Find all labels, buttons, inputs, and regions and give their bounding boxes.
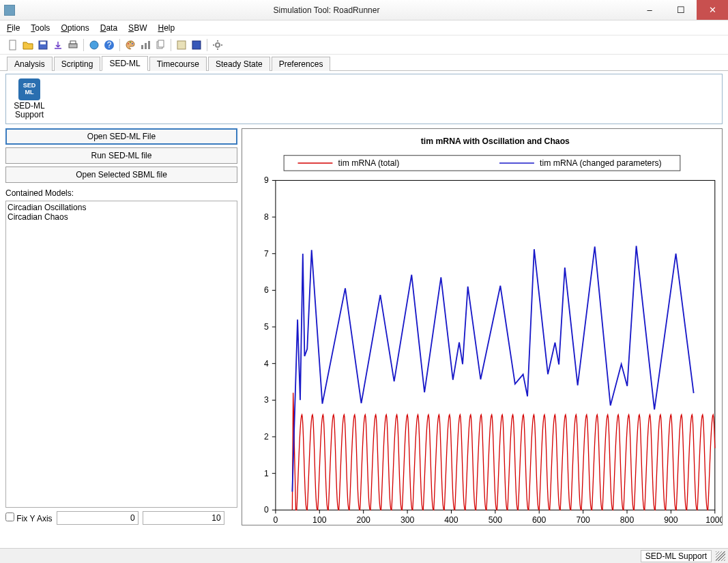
sedml-icon: SED ML [18, 78, 40, 100]
svg-text:9: 9 [264, 175, 269, 185]
svg-rect-0 [10, 40, 16, 50]
models-listbox[interactable]: Circadian Oscillations Circadian Chaos [5, 201, 237, 508]
svg-text:2: 2 [264, 432, 269, 442]
chart-icon[interactable] [139, 39, 151, 51]
menubar: File Tools Options Data SBW Help [0, 20, 728, 35]
chart-panel: tim mRNA with Oscillation and Chaostim m… [242, 128, 723, 525]
svg-rect-13 [148, 41, 150, 49]
minimize-button[interactable] [634, 0, 665, 20]
menu-help[interactable]: Help [158, 23, 175, 33]
module-icon[interactable] [190, 39, 203, 51]
svg-rect-11 [141, 45, 143, 49]
svg-point-10 [132, 43, 133, 44]
status-label: SED-ML Support [641, 550, 712, 562]
toolbar: ? [0, 35, 728, 55]
svg-text:1000: 1000 [705, 515, 722, 525]
script-icon[interactable] [175, 39, 188, 51]
copy-icon[interactable] [154, 39, 166, 51]
run-sedml-button[interactable]: Run SED-ML file [5, 147, 237, 164]
chart-svg: tim mRNA with Oscillation and Chaostim m… [242, 129, 722, 532]
svg-text:900: 900 [664, 515, 678, 525]
svg-text:300: 300 [401, 515, 415, 525]
svg-text:?: ? [107, 40, 112, 50]
svg-text:6: 6 [264, 285, 269, 295]
svg-text:200: 200 [356, 515, 370, 525]
status-bar: SED-ML Support [0, 548, 728, 563]
svg-text:0: 0 [274, 515, 278, 525]
menu-data[interactable]: Data [100, 23, 117, 33]
svg-text:700: 700 [576, 515, 590, 525]
contained-models-label: Contained Models: [5, 188, 237, 198]
menu-options[interactable]: Options [61, 23, 89, 33]
tab-sedml[interactable]: SED-ML [102, 56, 147, 71]
menu-sbw[interactable]: SBW [128, 23, 147, 33]
svg-text:1: 1 [264, 469, 269, 478]
svg-rect-2 [40, 42, 46, 44]
svg-rect-4 [70, 41, 76, 44]
svg-text:500: 500 [489, 515, 503, 525]
open-folder-icon[interactable] [22, 39, 34, 51]
list-item[interactable]: Circadian Oscillations [8, 203, 235, 212]
svg-text:600: 600 [532, 515, 547, 525]
left-panel: Open SED-ML File Run SED-ML file Open Se… [5, 128, 237, 525]
run-icon[interactable] [88, 39, 100, 51]
menu-tools[interactable]: Tools [31, 23, 50, 33]
svg-point-8 [128, 43, 129, 44]
tab-preferences[interactable]: Preferences [272, 57, 331, 71]
print-icon[interactable] [67, 39, 79, 51]
svg-rect-3 [69, 44, 77, 48]
help-icon[interactable]: ? [103, 39, 115, 51]
svg-text:3: 3 [264, 395, 269, 405]
resize-grip-icon[interactable] [716, 551, 725, 561]
svg-point-9 [130, 42, 131, 43]
svg-text:4: 4 [264, 359, 269, 369]
svg-text:400: 400 [444, 515, 458, 525]
tab-row: Analysis Scripting SED-ML Timecourse Ste… [0, 55, 728, 71]
svg-text:tim mRNA (total): tim mRNA (total) [338, 158, 400, 168]
svg-text:tim mRNA (changed parameters): tim mRNA (changed parameters) [540, 158, 662, 168]
palette-icon[interactable] [124, 39, 136, 51]
svg-point-5 [90, 41, 98, 49]
maximize-button[interactable] [665, 0, 697, 20]
gear-icon[interactable] [212, 39, 224, 51]
open-sedml-button[interactable]: Open SED-ML File [5, 128, 237, 145]
svg-text:0: 0 [264, 505, 269, 515]
svg-text:800: 800 [620, 515, 635, 525]
window-title: Simulation Tool: RoadRunner [19, 5, 634, 15]
tab-analysis[interactable]: Analysis [7, 57, 53, 71]
ribbon-sedml-support[interactable]: SED ML SED-ML Support [10, 78, 48, 119]
export-icon[interactable] [52, 39, 64, 51]
menu-file[interactable]: File [7, 23, 20, 33]
svg-text:8: 8 [264, 212, 269, 222]
y-max-input[interactable] [143, 511, 224, 525]
fix-y-checkbox[interactable]: Fix Y Axis [5, 513, 53, 523]
svg-text:100: 100 [312, 515, 327, 525]
save-icon[interactable] [37, 39, 49, 51]
y-min-input[interactable] [57, 511, 139, 525]
svg-rect-16 [177, 41, 186, 49]
app-icon [4, 5, 15, 16]
svg-point-18 [216, 43, 220, 47]
new-doc-icon[interactable] [7, 39, 19, 51]
ribbon-item-label: SED-ML Support [10, 102, 48, 119]
svg-rect-17 [192, 41, 201, 49]
svg-text:tim mRNA with Oscillation and : tim mRNA with Oscillation and Chaos [421, 136, 570, 146]
titlebar: Simulation Tool: RoadRunner [0, 0, 728, 20]
list-item[interactable]: Circadian Chaos [8, 212, 235, 222]
svg-rect-12 [145, 43, 147, 49]
tab-timecourse[interactable]: Timecourse [149, 57, 207, 71]
tab-scripting[interactable]: Scripting [54, 57, 101, 71]
close-button[interactable] [697, 0, 728, 20]
ribbon-panel: SED ML SED-ML Support [5, 74, 723, 124]
svg-text:7: 7 [264, 249, 269, 259]
open-sbml-button[interactable]: Open Selected SBML file [5, 167, 237, 183]
svg-rect-29 [276, 180, 715, 510]
tab-steadystate[interactable]: Steady State [208, 57, 270, 71]
svg-rect-15 [158, 40, 164, 47]
svg-text:5: 5 [264, 322, 269, 332]
